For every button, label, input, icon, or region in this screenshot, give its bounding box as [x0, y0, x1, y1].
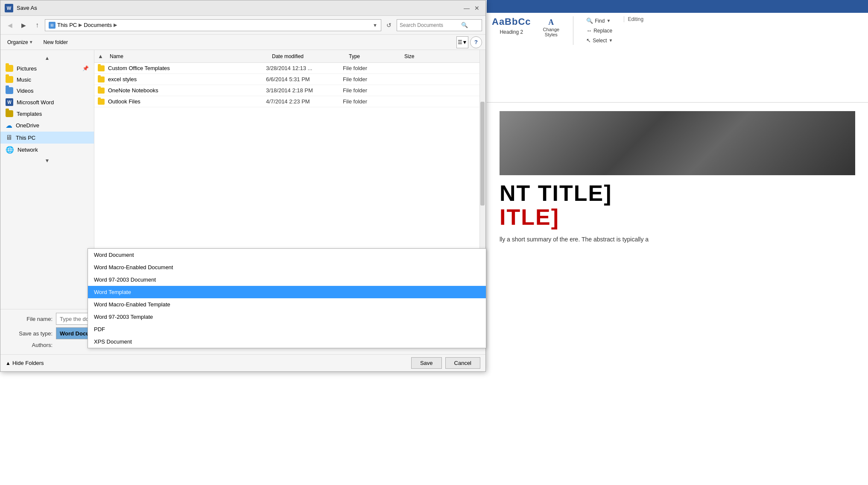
sidebar-scroll-up[interactable]: ▲ — [0, 53, 94, 63]
back-btn[interactable]: ◀ — [4, 19, 16, 31]
style-preview: AaBbCc — [492, 16, 531, 27]
folder-icon-0 — [98, 65, 105, 71]
search-box[interactable]: 🔍 — [397, 19, 482, 31]
table-row[interactable]: Outlook Files 4/7/2014 2:23 PM File fold… — [94, 96, 485, 107]
cancel-button[interactable]: Cancel — [445, 357, 480, 369]
toolbar-row: Organize ▼ New folder ☰▼ ? — [0, 35, 485, 50]
sort-up-btn[interactable]: ▲ — [98, 53, 106, 59]
save-as-dialog: W Save As — ✕ ◀ ▶ ↑ ⊞ This PC ▶ Document… — [0, 0, 486, 372]
breadcrumb-dropdown-btn[interactable]: ▼ — [373, 23, 377, 28]
search-input[interactable] — [400, 22, 459, 28]
savetype-label: Save as type: — [6, 330, 53, 337]
file-date-2: 3/18/2014 2:18 PM — [266, 87, 343, 94]
sidebar-item-pictures[interactable]: Pictures 📌 — [0, 63, 94, 74]
close-btn[interactable]: ✕ — [473, 4, 481, 12]
breadcrumb-text: This PC ▶ Documents ▶ — [57, 22, 117, 28]
heading-label: Heading 2 — [500, 29, 523, 35]
dropdown-option-0[interactable]: Word Document — [88, 249, 486, 261]
dialog-bottom: File name: Type the document title ▼ Sav… — [0, 309, 485, 354]
replace-label: Replace — [593, 28, 612, 34]
dropdown-option-1[interactable]: Word Macro-Enabled Document — [88, 261, 486, 273]
up-btn[interactable]: ↑ — [31, 19, 43, 31]
file-type-1: File folder — [343, 76, 398, 82]
breadcrumb[interactable]: ⊞ This PC ▶ Documents ▶ ▼ — [45, 19, 381, 31]
sidebar-scroll-down[interactable]: ▼ — [0, 156, 94, 165]
organize-chevron: ▼ — [29, 40, 33, 44]
table-row[interactable]: Custom Office Templates 3/28/2014 12:13 … — [94, 63, 485, 74]
col-type-label: Type — [349, 53, 360, 59]
dropdown-option-4[interactable]: Word Macro-Enabled Template — [88, 298, 486, 311]
sidebar-item-network[interactable]: 🌐 Network — [0, 144, 94, 156]
hide-folders-icon: ▲ — [6, 360, 11, 366]
folder-icon-1 — [98, 76, 105, 82]
editing-label: Editing — [628, 16, 643, 22]
sidebar-item-thispc[interactable]: 🖥 This PC — [0, 132, 94, 144]
sidebar-label-templates: Templates — [17, 111, 42, 117]
templates-folder-icon — [6, 110, 13, 117]
dropdown-option-5[interactable]: Word 97-2003 Template — [88, 311, 486, 323]
dialog-footer: ▲ Hide Folders Save Cancel — [0, 354, 485, 371]
file-name-2: OneNote Notebooks — [108, 87, 266, 94]
find-label: Find — [595, 18, 605, 24]
select-label: Select — [593, 38, 607, 44]
sidebar-item-music[interactable]: Music — [0, 74, 94, 85]
sidebar-label-network: Network — [18, 147, 38, 153]
find-btn[interactable]: 🔍 Find ▼ — [584, 16, 615, 25]
doc-title-line1: NT TITLE] — [500, 182, 855, 204]
col-header-date[interactable]: Date modified — [269, 52, 345, 61]
organize-btn[interactable]: Organize ▼ — [4, 38, 37, 47]
file-date-1: 6/6/2014 5:31 PM — [266, 76, 343, 82]
sidebar-item-videos[interactable]: Videos — [0, 85, 94, 96]
select-btn[interactable]: ↖ Select ▼ — [584, 36, 615, 45]
save-button[interactable]: Save — [411, 357, 442, 369]
breadcrumb-thispc: This PC — [57, 22, 77, 28]
sidebar-label-msword: Microsoft Word — [17, 99, 54, 106]
table-row[interactable]: excel styles 6/6/2014 5:31 PM File folde… — [94, 74, 485, 85]
dropdown-option-6[interactable]: PDF — [88, 323, 486, 335]
file-name-1: excel styles — [108, 76, 266, 82]
onedrive-icon: ☁ — [6, 121, 12, 129]
dropdown-option-2[interactable]: Word 97-2003 Document — [88, 273, 486, 286]
dropdown-option-3[interactable]: Word Template — [88, 286, 486, 298]
dialog-controls: — ✕ — [462, 4, 481, 12]
action-buttons: Save Cancel — [411, 357, 480, 369]
word-app-icon: W — [5, 4, 13, 12]
dropdown-option-7[interactable]: XPS Document — [88, 335, 486, 348]
replace-btn[interactable]: ↔ Replace — [584, 26, 615, 35]
col-header-name[interactable]: Name — [106, 52, 269, 61]
help-btn[interactable]: ? — [470, 36, 482, 48]
sidebar-label-onedrive: OneDrive — [16, 122, 39, 129]
sidebar-item-msword[interactable]: W Microsoft Word — [0, 96, 94, 108]
sidebar-item-templates[interactable]: Templates — [0, 108, 94, 119]
file-type-3: File folder — [343, 98, 398, 105]
thispc-breadcrumb-icon: ⊞ — [49, 22, 56, 29]
new-folder-btn[interactable]: New folder — [40, 38, 71, 47]
sidebar-label-thispc: This PC — [16, 135, 35, 141]
minimize-btn[interactable]: — — [462, 4, 471, 12]
pictures-folder-icon — [6, 65, 13, 72]
hide-folders-btn[interactable]: ▲ Hide Folders — [6, 360, 44, 366]
file-name-3: Outlook Files — [108, 98, 266, 105]
col-date-label: Date modified — [272, 53, 304, 59]
col-size-label: Size — [404, 53, 414, 59]
breadcrumb-sep1: ▶ — [79, 22, 82, 28]
table-row[interactable]: OneNote Notebooks 3/18/2014 2:18 PM File… — [94, 85, 485, 96]
sidebar-label-pictures: Pictures — [17, 65, 37, 72]
view-mode-btn[interactable]: ☰▼ — [456, 36, 468, 48]
doc-body-text: lly a short summary of the ere. The abst… — [500, 235, 855, 244]
authors-label: Authors: — [6, 342, 53, 348]
vscroll-thumb[interactable] — [480, 102, 485, 205]
refresh-btn[interactable]: ↺ — [383, 19, 395, 31]
organize-label: Organize — [7, 39, 28, 45]
search-icon[interactable]: 🔍 — [461, 22, 468, 28]
change-styles-btn[interactable]: A Change Styles — [540, 16, 563, 39]
file-date-3: 4/7/2014 2:23 PM — [266, 98, 343, 105]
col-header-type[interactable]: Type — [345, 52, 401, 61]
col-name-label: Name — [110, 53, 123, 59]
col-header-size[interactable]: Size — [401, 52, 435, 61]
folder-icon-2 — [98, 88, 105, 94]
forward-btn[interactable]: ▶ — [18, 19, 29, 31]
breadcrumb-documents: Documents — [84, 22, 112, 28]
file-type-0: File folder — [343, 65, 398, 71]
sidebar-item-onedrive[interactable]: ☁ OneDrive — [0, 119, 94, 132]
